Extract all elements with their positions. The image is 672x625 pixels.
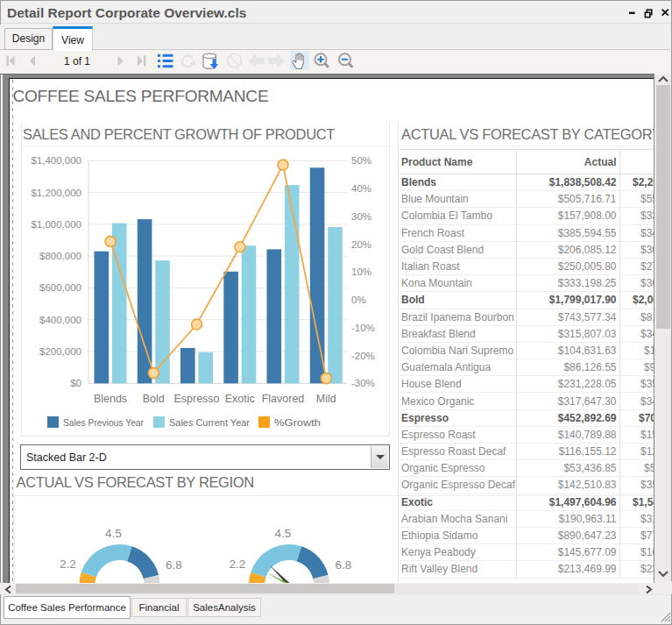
svg-text:Espresso: Espresso	[173, 393, 219, 405]
svg-text:$1,000,000: $1,000,000	[31, 219, 81, 230]
svg-text:Sales Current Year: Sales Current Year	[169, 417, 250, 428]
svg-text:$0: $0	[70, 378, 81, 388]
svg-text:$400,000: $400,000	[39, 315, 81, 325]
svg-text:2.2: 2.2	[60, 558, 76, 571]
svg-text:$1,400,000: $1,400,000	[31, 155, 81, 166]
svg-text:4.5: 4.5	[275, 527, 292, 540]
svg-text:$800,000: $800,000	[39, 251, 81, 261]
svg-text:-10%: -10%	[351, 323, 375, 333]
svg-text:6.8: 6.8	[166, 558, 182, 572]
svg-text:40%: 40%	[351, 183, 371, 194]
svg-text:Mild: Mild	[316, 393, 336, 405]
svg-text:Exotic: Exotic	[225, 393, 255, 405]
svg-text:20%: 20%	[351, 239, 371, 250]
svg-text:2.2: 2.2	[230, 558, 246, 571]
svg-text:-20%: -20%	[351, 351, 375, 361]
svg-text:4.5: 4.5	[105, 527, 122, 540]
svg-text:-30%: -30%	[351, 378, 375, 388]
svg-text:Bold: Bold	[143, 393, 165, 405]
svg-text:$1,200,000: $1,200,000	[31, 188, 81, 198]
svg-text:10%: 10%	[351, 266, 371, 277]
svg-text:$600,000: $600,000	[39, 282, 81, 293]
svg-text:0%: 0%	[351, 295, 366, 305]
svg-text:30%: 30%	[351, 211, 371, 222]
svg-text:$200,000: $200,000	[39, 346, 81, 357]
svg-text:Flavored: Flavored	[262, 393, 305, 405]
svg-text:Blends: Blends	[94, 393, 127, 405]
svg-text:%Growth: %Growth	[274, 417, 321, 428]
svg-text:6.8: 6.8	[336, 558, 352, 572]
svg-text:Sales Previous Year: Sales Previous Year	[63, 417, 144, 428]
svg-text:50%: 50%	[351, 155, 371, 166]
